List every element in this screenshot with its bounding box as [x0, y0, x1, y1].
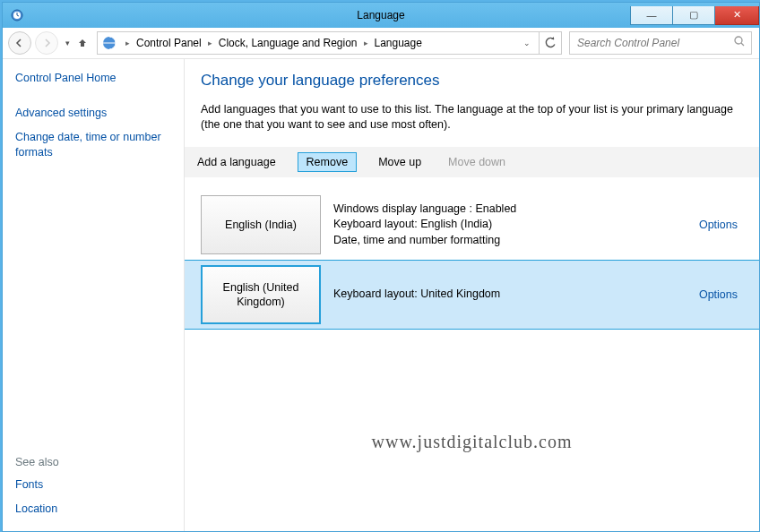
crumb-control-panel[interactable]: Control Panel	[133, 37, 205, 49]
sidebar-link-fonts[interactable]: Fonts	[15, 477, 184, 493]
body: Control Panel Home Advanced settings Cha…	[3, 59, 759, 531]
address-dropdown[interactable]: ⌄	[519, 39, 535, 47]
language-details: Keyboard layout: United Kingdom	[333, 265, 687, 324]
watermark-text: www.justdigitalclub.com	[372, 432, 573, 452]
back-button[interactable]	[8, 31, 31, 55]
page-description: Add languages that you want to use to th…	[201, 102, 743, 133]
breadcrumb[interactable]: ▸ Control Panel ▸ Clock, Language and Re…	[97, 31, 540, 55]
navbar: ▾ ▸ Control Panel ▸ Clock, Language and …	[3, 28, 759, 59]
main-panel: Change your language preferences Add lan…	[184, 59, 759, 531]
window-title: Language	[357, 9, 404, 21]
toolbar-add-language[interactable]: Add a language	[192, 152, 281, 172]
crumb-language: Language	[371, 37, 426, 49]
window-controls: — ▢ ✕	[630, 6, 759, 25]
up-button[interactable]	[73, 34, 91, 52]
toolbar: Add a language Remove Move up Move down	[185, 147, 759, 177]
maximize-button[interactable]: ▢	[673, 6, 715, 25]
language-name-box: English (United Kingdom)	[201, 265, 321, 324]
language-row-english-india[interactable]: English (India) Windows display language…	[185, 190, 759, 260]
forward-button	[35, 31, 58, 55]
history-dropdown[interactable]: ▾	[65, 39, 70, 47]
detail-line: Keyboard layout: English (India)	[333, 217, 687, 233]
detail-line: Windows display language : Enabled	[333, 202, 687, 218]
detail-line: Keyboard layout: United Kingdom	[333, 287, 687, 303]
region-icon	[101, 35, 117, 51]
sidebar: Control Panel Home Advanced settings Cha…	[3, 59, 184, 531]
language-name-box: English (India)	[201, 195, 321, 254]
toolbar-move-up[interactable]: Move up	[373, 152, 427, 172]
titlebar: Language — ▢ ✕	[3, 3, 759, 28]
see-also-header: See also	[15, 456, 184, 468]
page-heading: Change your language preferences	[201, 72, 743, 90]
detail-line: Date, time and number formatting	[333, 233, 687, 249]
toolbar-remove[interactable]: Remove	[298, 152, 358, 172]
svg-point-3	[735, 37, 742, 44]
chevron-separator: ▸	[205, 39, 215, 47]
sidebar-link-change-date-formats[interactable]: Change date, time or number formats	[15, 130, 184, 160]
clock-icon	[10, 8, 24, 22]
language-options-link[interactable]: Options	[699, 195, 743, 254]
language-list: English (India) Windows display language…	[185, 190, 759, 330]
chevron-separator: ▸	[361, 39, 371, 47]
control-panel-home-link[interactable]: Control Panel Home	[15, 72, 184, 84]
language-details: Windows display language : Enabled Keybo…	[333, 195, 687, 254]
search-icon	[734, 36, 746, 50]
toolbar-move-down: Move down	[443, 152, 511, 172]
language-row-english-uk[interactable]: English (United Kingdom) Keyboard layout…	[185, 260, 759, 330]
search-box[interactable]	[569, 31, 752, 55]
refresh-button[interactable]	[540, 31, 562, 55]
language-options-link[interactable]: Options	[699, 265, 743, 324]
sidebar-link-location[interactable]: Location	[15, 502, 184, 517]
sidebar-link-advanced-settings[interactable]: Advanced settings	[15, 106, 184, 121]
window: Language — ▢ ✕ ▾ ▸ Control Panel ▸ Clock…	[2, 2, 760, 532]
search-input[interactable]	[575, 36, 734, 50]
crumb-clock-language-region[interactable]: Clock, Language and Region	[215, 37, 361, 49]
minimize-button[interactable]: —	[630, 6, 673, 25]
close-button[interactable]: ✕	[715, 6, 759, 25]
chevron-separator: ▸	[123, 39, 133, 47]
